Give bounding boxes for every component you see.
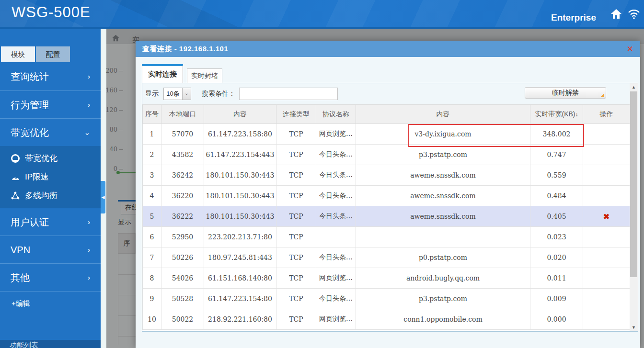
table-row[interactable]: 336242180.101.150.30:443TCP今日头条…aweme.sn… [143, 165, 630, 186]
sidebar-subitem[interactable]: 多线均衡 [0, 186, 101, 205]
chevron-icon: › [88, 91, 90, 119]
table-cell: 180.101.150.30:443 [204, 206, 276, 227]
table-cell: aweme.snssdk.com [356, 206, 530, 227]
table-cell: 网页浏览… [316, 124, 356, 145]
sidebar-item[interactable]: VPN› [0, 236, 101, 263]
table-cell: 1 [143, 124, 161, 145]
sidebar-item[interactable]: 用户认证› [0, 208, 101, 236]
tab-realtime-blocking[interactable]: 实时封堵 [187, 68, 222, 83]
sidebar-subitem[interactable]: 带宽优化 [0, 149, 101, 168]
delete-connection-icon[interactable]: ✖ [583, 206, 630, 227]
sidebar-menu: 查询统计›行为管理›带宽优化⌄带宽优化IP限速多线均衡用户认证›VPN›其他›+… [0, 63, 101, 315]
table-cell: TCP [276, 206, 316, 227]
table-column-header[interactable]: 连接类型 [276, 105, 316, 124]
table-row[interactable]: 95052861.147.223.154:80TCP今日头条…p3.pstatp… [143, 289, 630, 309]
modal-header: 查看连接 - 192.168.1.101 ✕ [136, 41, 640, 57]
table-cell: 6 [143, 227, 161, 247]
sidebar: 模块 配置 查询统计›行为管理›带宽优化⌄带宽优化IP限速多线均衡用户认证›VP… [0, 29, 101, 348]
row-action-cell [583, 227, 630, 247]
sidebar-item[interactable]: 查询统计› [0, 63, 101, 90]
table-cell: 0.484 [530, 186, 583, 206]
table-row[interactable]: 1050022218.92.221.160:80TCP网页浏览…conn1.op… [143, 309, 630, 330]
table-cell: 0.011 [530, 268, 583, 289]
table-cell [356, 227, 530, 247]
sidebar-item[interactable]: 其他› [0, 263, 101, 291]
sidebar-subitem[interactable]: IP限速 [0, 168, 101, 186]
table-row[interactable]: 750226180.97.245.81:443TCP今日头条…p0.pstatp… [143, 247, 630, 268]
table-cell: 今日头条… [316, 165, 356, 186]
table-column-header[interactable]: 内容 [204, 105, 276, 124]
table-cell: 今日头条… [316, 186, 356, 206]
sort-descending-icon: ↓ [575, 111, 578, 118]
home-icon[interactable] [610, 9, 622, 19]
table-row[interactable]: 15707061.147.223.158:80TCP网页浏览…v3-dy.ixi… [143, 124, 630, 145]
close-icon[interactable]: ✕ [627, 45, 633, 53]
table-row[interactable]: 652950223.202.213.71:80TCP0.023 [143, 227, 630, 247]
table-cell: 36222 [161, 206, 204, 227]
row-action-cell [583, 165, 630, 186]
table-cell: conn1.oppomobile.com [356, 309, 530, 330]
table-cell: 52950 [161, 227, 204, 247]
sidebar-subitem-label: 多线均衡 [25, 190, 58, 201]
table-column-header[interactable]: 实时带宽(KB)↓ [530, 105, 583, 124]
tab-config[interactable]: 配置 [36, 46, 70, 62]
table-cell: 10 [143, 309, 161, 330]
sidebar-item-label: 用户认证 [11, 208, 49, 236]
table-cell: 57070 [161, 124, 204, 145]
search-input[interactable] [239, 88, 338, 100]
table-cell: 今日头条… [316, 289, 356, 309]
connections-scroll-container: 显示 10条 ⌄ 搜索条件： 临时解禁 序号本地端口内容连接类型协议名称内容实时… [142, 83, 638, 332]
table-cell: android.bugly.qq.com [356, 268, 530, 289]
page-size-value: 10条 [164, 90, 182, 98]
table-column-header[interactable]: 本地端口 [161, 105, 204, 124]
table-cell: 61.147.223.154:80 [204, 289, 276, 309]
temporary-unban-button[interactable]: 临时解禁 [525, 87, 606, 99]
sidebar-item-label: 行为管理 [11, 91, 49, 119]
wifi-icon[interactable] [628, 9, 640, 19]
table-cell: TCP [276, 268, 316, 289]
page-size-select[interactable]: 10条 ⌄ [163, 88, 191, 100]
sidebar-tabs: 模块 配置 [1, 46, 70, 62]
row-action-cell [583, 186, 630, 206]
chevron-icon: ⌄ [84, 119, 90, 146]
table-cell: TCP [276, 247, 316, 268]
sidebar-item[interactable]: 行为管理› [0, 90, 101, 118]
row-action-cell [583, 247, 630, 268]
table-cell: 43582 [161, 145, 204, 165]
table-column-header[interactable]: 协议名称 [316, 105, 356, 124]
tab-realtime-connections[interactable]: 实时连接 [142, 64, 183, 83]
table-row[interactable]: 536222180.101.150.30:443TCP今日头条…aweme.sn… [143, 206, 630, 227]
sidebar-footer-function-list[interactable]: 功能列表 [0, 340, 101, 348]
table-cell: 3 [143, 165, 161, 186]
table-cell: 今日头条… [316, 247, 356, 268]
show-label: 显示 [145, 90, 159, 98]
table-column-header[interactable]: 内容 [356, 105, 530, 124]
search-label: 搜索条件： [202, 90, 235, 98]
table-column-header[interactable]: 序号 [143, 105, 161, 124]
table-cell: 0.559 [530, 165, 583, 186]
table-cell: 0.405 [530, 206, 583, 227]
table-row[interactable]: 24358261.147.223.154:443TCP今日头条…p3.pstat… [143, 145, 630, 165]
table-column-header[interactable]: 操作 [583, 105, 630, 124]
sidebar-item[interactable]: 带宽优化⌄ [0, 118, 101, 146]
edition-label: Enterprise [551, 12, 596, 23]
table-cell: 54026 [161, 268, 204, 289]
sidebar-edit-button[interactable]: +编辑 [0, 291, 101, 315]
tab-modules[interactable]: 模块 [1, 46, 35, 62]
table-cell: 348.002 [530, 124, 583, 145]
table-cell: TCP [276, 124, 316, 145]
table-cell: 36220 [161, 186, 204, 206]
table-cell: 5 [143, 206, 161, 227]
row-action-cell [583, 268, 630, 289]
table-cell: 50022 [161, 309, 204, 330]
table-row[interactable]: 436220180.101.150.30:443TCP今日头条…aweme.sn… [143, 186, 630, 206]
vertical-scrollbar[interactable]: ▲ ▼ [630, 83, 638, 331]
table-cell: 218.92.221.160:80 [204, 309, 276, 330]
scroll-down-arrow-icon[interactable]: ▼ [630, 324, 638, 331]
scrollbar-thumb[interactable] [630, 91, 637, 277]
table-cell: 今日头条… [316, 206, 356, 227]
sidebar-submenu: 带宽优化IP限速多线均衡 [0, 146, 101, 208]
sidebar-collapse-handle[interactable]: ◀ [101, 181, 105, 213]
scroll-up-arrow-icon[interactable]: ▲ [630, 83, 638, 91]
table-row[interactable]: 85402661.151.168.140:80TCP网页浏览…android.b… [143, 268, 630, 289]
